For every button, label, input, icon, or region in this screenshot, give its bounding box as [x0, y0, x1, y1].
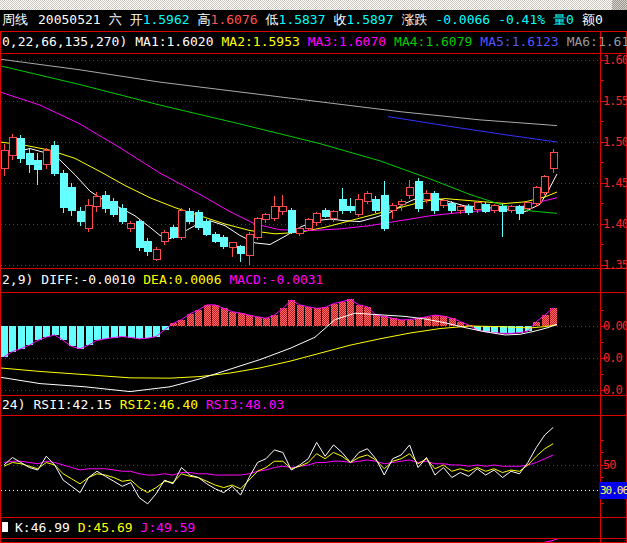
quote-field: -0.41%: [498, 12, 545, 27]
kdj-indicator-bar[interactable]: K:46.99D:45.69J:49.59: [2, 519, 203, 537]
price-axis-label: 1.60: [603, 53, 627, 67]
price-axis-label: 1.50: [603, 135, 627, 149]
indicator-value: DIFF:-0.0010: [41, 272, 135, 287]
indicator-params: 2,9): [2, 272, 33, 287]
price-axis-label: 1.40: [603, 217, 627, 231]
indicator-value: MA4:1.6079: [394, 34, 472, 49]
indicator-value: D:45.69: [78, 520, 133, 535]
quote-field-value: 额0: [582, 12, 603, 27]
quote-field-value: -0.41%: [498, 12, 545, 27]
indicator-value: MA3:1.6070: [308, 34, 386, 49]
indicator-value: MA5:1.6123: [480, 34, 558, 49]
indicator-value: RSI2:46.40: [120, 397, 198, 412]
stock-chart-window: 周线20050521六开1.5962高1.6076低1.5837收1.5897涨…: [0, 0, 627, 543]
quote-field: 高1.6076: [198, 12, 258, 27]
quote-bar: 周线20050521六开1.5962高1.6076低1.5837收1.5897涨…: [2, 11, 611, 29]
macd-pane[interactable]: [0, 299, 600, 391]
period-label: 周线: [2, 12, 28, 27]
ma-indicator-bar[interactable]: 0,22,66,135,270)MA1:1.6020MA2:1.5953MA3:…: [2, 33, 627, 51]
quote-field: 收1.5897: [334, 12, 394, 27]
quote-field: 开1.5962: [130, 12, 190, 27]
indicator-value: MA1:1.6020: [135, 34, 213, 49]
quote-field-value: 量0: [553, 12, 574, 27]
quote-field-value: 1.5962: [143, 12, 190, 27]
weekday-label: 六: [109, 12, 122, 27]
macd-axis-label: 0.00: [603, 319, 627, 333]
quote-field: 额0: [582, 12, 603, 27]
macd-indicator-bar[interactable]: 2,9)DIFF:-0.0010DEA:0.0006MACD:-0.0031: [2, 271, 331, 289]
indicator-value: MA6:1.6123: [567, 34, 627, 49]
macd-axis-label: 0.0: [603, 383, 622, 397]
price-axis-label: 1.45: [603, 176, 627, 190]
quote-field: 量0: [553, 12, 574, 27]
quote-field-label: 开: [130, 12, 143, 27]
rsi-value-badge: 30.06: [599, 482, 627, 499]
clipped-params-marker: [2, 522, 8, 532]
candlestick-pane[interactable]: [0, 59, 600, 265]
macd-axis-label: 0.0: [603, 351, 622, 365]
indicator-value: RSI1:42.15: [33, 397, 111, 412]
date-label: 20050521: [38, 12, 101, 27]
quote-field-label: 涨跌: [402, 12, 428, 27]
indicator-value: RSI3:48.03: [206, 397, 284, 412]
indicator-value: K:46.99: [15, 520, 70, 535]
quote-field-label: 收: [334, 12, 347, 27]
indicator-params: 24): [2, 397, 25, 412]
quote-field-value: 1.5897: [347, 12, 394, 27]
indicator-value: J:49.59: [141, 520, 196, 535]
indicator-params: 0,22,66,135,270): [2, 34, 127, 49]
quote-field-label: 低: [266, 12, 279, 27]
quote-field-value: 1.5837: [279, 12, 326, 27]
quote-field-value: -0.0066: [428, 12, 491, 27]
quote-field: 涨跌 -0.0066: [402, 12, 491, 27]
indicator-value: MA2:1.5953: [222, 34, 300, 49]
rsi-level-label: 50: [603, 458, 615, 472]
quote-field-value: 1.6076: [211, 12, 258, 27]
indicator-value: MACD:-0.0031: [230, 272, 324, 287]
rsi-pane[interactable]: [1, 427, 600, 503]
quote-field-label: 高: [198, 12, 211, 27]
quote-field: 低1.5837: [266, 12, 326, 27]
indicator-value: DEA:0.0006: [143, 272, 221, 287]
price-axis-label: 1.35: [603, 258, 627, 272]
price-axis-label: 1.55: [603, 94, 627, 108]
rsi-indicator-bar[interactable]: 24)RSI1:42.15RSI2:46.40RSI3:48.03: [2, 396, 292, 414]
